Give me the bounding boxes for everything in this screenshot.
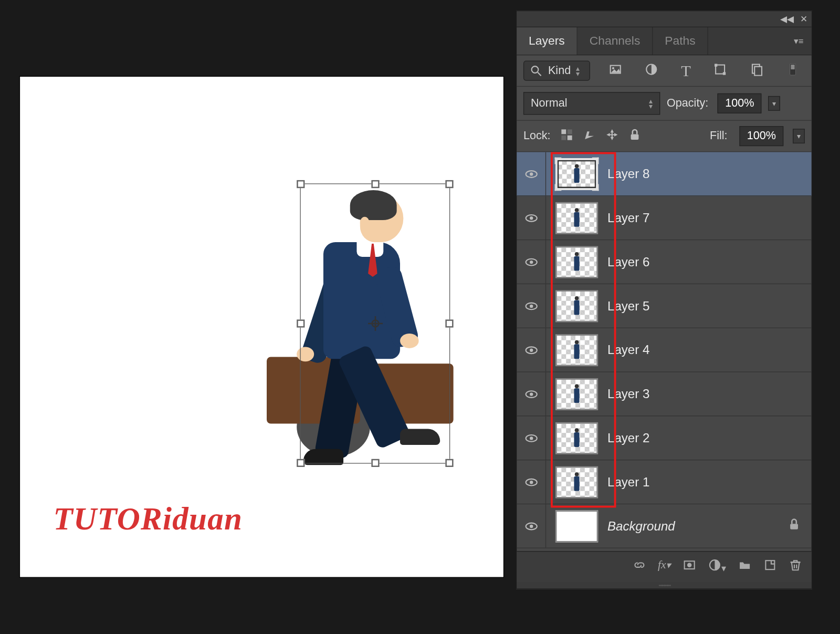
svg-rect-14: [561, 135, 566, 140]
transform-handle[interactable]: [445, 319, 453, 327]
tab-channels[interactable]: Channels: [578, 27, 653, 55]
layer-row[interactable]: Layer 3: [517, 372, 811, 417]
layer-name-label[interactable]: Layer 6: [607, 255, 806, 269]
transform-handle[interactable]: [371, 180, 379, 188]
filter-kind-dropdown[interactable]: Kind ▴▾: [523, 61, 590, 81]
svg-rect-11: [791, 64, 794, 69]
new-group-icon[interactable]: [738, 558, 751, 575]
filter-type-icon[interactable]: T: [681, 61, 691, 79]
lock-all-icon[interactable]: [628, 128, 641, 144]
layer-thumbnail[interactable]: [555, 422, 598, 454]
visibility-toggle[interactable]: [517, 372, 546, 416]
transform-handle[interactable]: [297, 319, 304, 327]
visibility-toggle[interactable]: [517, 240, 546, 284]
lock-pixels-icon[interactable]: [583, 128, 596, 144]
canvas[interactable]: TUTORiduan: [20, 77, 503, 577]
layer-name-label[interactable]: Layer 4: [607, 342, 806, 357]
filter-kind-label: Kind: [548, 64, 571, 77]
transform-handle[interactable]: [297, 459, 304, 467]
fill-dropdown-arrow[interactable]: ▾: [793, 129, 805, 143]
lock-icon: [788, 518, 801, 535]
filter-pixel-icon[interactable]: [609, 63, 622, 79]
transform-handle[interactable]: [371, 459, 379, 467]
lock-position-icon[interactable]: [605, 128, 618, 144]
layer-thumbnail[interactable]: [555, 290, 598, 322]
layer-row[interactable]: Layer 6: [517, 240, 811, 284]
layer-thumbnail[interactable]: [555, 334, 598, 366]
svg-point-0: [532, 66, 539, 73]
tab-layers[interactable]: Layers: [517, 27, 578, 55]
transform-center-point[interactable]: [368, 316, 382, 331]
visibility-toggle[interactable]: [517, 152, 546, 196]
transform-handle[interactable]: [445, 459, 453, 467]
transform-handle[interactable]: [445, 180, 453, 188]
link-layers-icon[interactable]: [633, 558, 646, 575]
layer-row[interactable]: Background: [517, 504, 811, 548]
svg-rect-7: [723, 72, 726, 75]
layer-name-label[interactable]: Background: [607, 518, 788, 533]
svg-point-24: [529, 304, 532, 307]
new-layer-icon[interactable]: [763, 558, 776, 575]
filter-toggle-switch[interactable]: [786, 63, 799, 79]
layer-row[interactable]: Layer 8: [517, 152, 811, 196]
lock-transparency-icon[interactable]: [560, 128, 573, 144]
visibility-toggle[interactable]: [517, 328, 546, 372]
panel-titlebar: ◀◀ ✕: [517, 12, 811, 27]
opacity-dropdown-arrow[interactable]: ▾: [768, 96, 780, 111]
panel-menu-icon[interactable]: ▾≡: [786, 30, 812, 51]
opacity-input[interactable]: 100%: [718, 93, 762, 113]
visibility-toggle[interactable]: [517, 196, 546, 240]
lock-row: Lock: Fill: 100% ▾: [517, 121, 811, 152]
layer-row[interactable]: Layer 2: [517, 416, 811, 460]
visibility-toggle[interactable]: [517, 284, 546, 328]
visibility-toggle[interactable]: [517, 460, 546, 504]
layer-thumbnail[interactable]: [555, 466, 598, 498]
layer-row[interactable]: Layer 7: [517, 196, 811, 240]
filter-adjustment-icon[interactable]: [645, 63, 658, 79]
visibility-toggle[interactable]: [517, 504, 546, 548]
panel-footer: fx▾ ▾: [517, 551, 811, 581]
fill-label: Fill:: [710, 129, 728, 142]
layer-name-label[interactable]: Layer 1: [607, 475, 806, 490]
layer-name-label[interactable]: Layer 2: [607, 431, 806, 445]
layer-thumbnail[interactable]: [555, 378, 598, 410]
adjustment-layer-icon[interactable]: ▾: [708, 558, 726, 575]
layers-panel: ◀◀ ✕ Layers Channels Paths ▾≡ Kind ▴▾ T: [516, 11, 812, 589]
delete-layer-icon[interactable]: [789, 558, 802, 575]
close-panel-icon[interactable]: ✕: [800, 14, 807, 24]
layer-thumbnail[interactable]: [555, 246, 598, 278]
layer-name-label[interactable]: Layer 8: [607, 167, 806, 181]
svg-rect-12: [561, 129, 566, 134]
blend-mode-dropdown[interactable]: Normal ▴▾: [523, 92, 660, 115]
transform-bounding-box[interactable]: [300, 183, 450, 463]
search-icon: [529, 64, 542, 77]
fill-input[interactable]: 100%: [739, 126, 783, 146]
opacity-label: Opacity:: [667, 97, 708, 110]
svg-point-28: [529, 392, 532, 396]
chevron-icon: ▴▾: [649, 98, 653, 109]
collapse-icon[interactable]: ◀◀: [780, 14, 793, 24]
layer-row[interactable]: Layer 5: [517, 284, 811, 328]
svg-point-32: [529, 480, 532, 483]
panel-resize-grip[interactable]: [517, 581, 811, 588]
layer-thumbnail[interactable]: [555, 158, 598, 190]
panel-tabs: Layers Channels Paths ▾≡: [517, 27, 811, 55]
layer-thumbnail[interactable]: [555, 510, 598, 542]
layer-mask-icon[interactable]: [682, 558, 696, 575]
layer-thumbnail[interactable]: [555, 202, 598, 234]
filter-smartobject-icon[interactable]: [750, 63, 763, 79]
filter-shape-icon[interactable]: [713, 63, 727, 79]
layer-name-label[interactable]: Layer 7: [607, 211, 806, 225]
transform-handle[interactable]: [297, 180, 304, 188]
layer-row[interactable]: Layer 4: [517, 328, 811, 372]
blend-mode-value: Normal: [531, 97, 568, 110]
layer-name-label[interactable]: Layer 5: [607, 298, 806, 313]
layer-name-label[interactable]: Layer 3: [607, 387, 806, 401]
layer-fx-icon[interactable]: fx▾: [658, 558, 671, 575]
blend-mode-row: Normal ▴▾ Opacity: 100% ▾: [517, 87, 811, 121]
tab-paths[interactable]: Paths: [653, 27, 708, 55]
visibility-toggle[interactable]: [517, 416, 546, 460]
svg-rect-15: [567, 135, 572, 140]
layer-row[interactable]: Layer 1: [517, 460, 811, 504]
svg-point-26: [529, 348, 532, 351]
